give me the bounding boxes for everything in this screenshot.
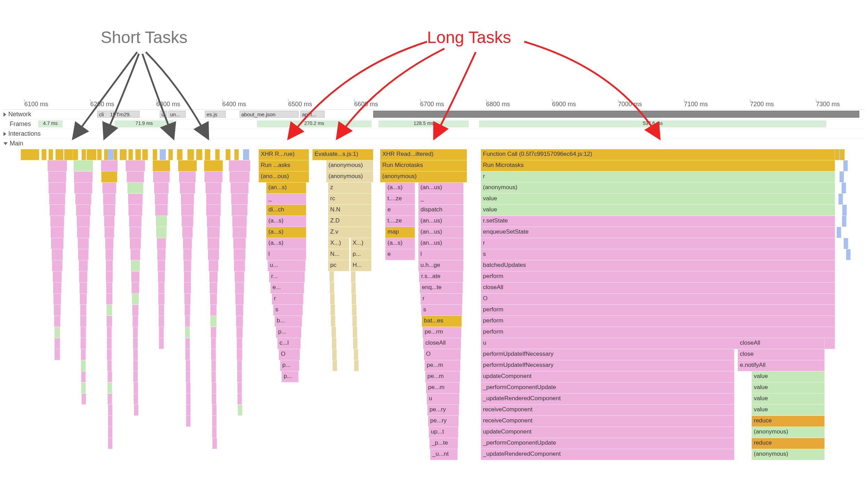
flame-block[interactable] — [211, 371, 216, 382]
flame-block[interactable] — [77, 216, 90, 227]
flame-block[interactable] — [55, 338, 60, 349]
flame-block[interactable] — [107, 349, 111, 360]
flame-block[interactable] — [104, 216, 115, 227]
flame-block[interactable]: p... — [282, 371, 299, 382]
flame-block[interactable] — [211, 327, 216, 338]
flame-block[interactable] — [133, 360, 138, 371]
flame-block[interactable] — [50, 216, 64, 227]
flame-block[interactable] — [236, 327, 243, 338]
flame-block[interactable] — [237, 349, 242, 360]
flame-block[interactable] — [81, 360, 85, 371]
flame-block[interactable]: (an...s) — [266, 183, 306, 193]
flame-block[interactable]: c...l — [277, 338, 301, 349]
flame-block[interactable] — [352, 316, 357, 327]
flame-block[interactable] — [215, 149, 220, 160]
flame-block[interactable] — [78, 249, 88, 260]
flame-block[interactable] — [351, 283, 356, 293]
flame-block[interactable] — [181, 194, 194, 204]
flame-block[interactable] — [127, 171, 144, 182]
flame-block[interactable] — [351, 271, 356, 282]
flame-block[interactable] — [135, 149, 141, 160]
flame-block[interactable] — [108, 438, 112, 449]
network-request[interactable]: about_me.json — [240, 111, 299, 118]
flame-block[interactable] — [153, 171, 169, 182]
flame-block[interactable] — [184, 260, 191, 271]
frame-block[interactable]: 537.6 ms — [479, 120, 826, 127]
flame-block[interactable] — [51, 238, 63, 249]
flame-block[interactable] — [108, 427, 112, 438]
flame-block[interactable] — [73, 149, 78, 160]
flame-block[interactable] — [80, 316, 86, 327]
flame-block[interactable] — [157, 249, 166, 260]
flame-block[interactable] — [75, 194, 91, 204]
flame-block[interactable]: _updateRenderedComponent — [481, 394, 734, 404]
flame-block[interactable] — [74, 183, 92, 193]
flame-block[interactable] — [120, 149, 127, 160]
flame-block[interactable] — [237, 338, 243, 349]
flame-block[interactable] — [134, 394, 138, 404]
flame-block[interactable]: closeAll — [481, 283, 835, 293]
flame-block[interactable] — [159, 338, 164, 349]
flame-block[interactable] — [74, 160, 93, 171]
frame-block[interactable]: 4.7 ms — [38, 120, 62, 127]
flame-block[interactable] — [226, 149, 231, 160]
flame-block[interactable]: O — [279, 349, 300, 360]
flame-block[interactable]: X...) — [328, 238, 349, 249]
frame-block[interactable]: 270.2 ms — [257, 120, 372, 127]
flame-block[interactable] — [179, 171, 196, 182]
flame-block[interactable] — [185, 316, 190, 327]
flame-block[interactable] — [49, 149, 53, 160]
flame-block[interactable] — [54, 316, 61, 327]
flame-block[interactable]: closeAll — [738, 338, 825, 349]
flame-block[interactable] — [331, 305, 335, 315]
flame-block[interactable]: r — [420, 294, 462, 304]
flame-block[interactable] — [53, 283, 61, 293]
flame-block[interactable]: closeAll — [423, 338, 461, 349]
flame-block[interactable] — [74, 171, 93, 182]
flame-block[interactable] — [237, 360, 242, 371]
flame-block[interactable] — [205, 149, 210, 160]
flame-block[interactable]: r — [272, 294, 303, 304]
flame-block[interactable] — [187, 149, 194, 160]
flame-block[interactable]: rc — [328, 194, 372, 204]
flame-block[interactable] — [53, 294, 61, 304]
flame-block[interactable] — [211, 360, 216, 371]
flame-block[interactable]: updateComponent — [481, 371, 734, 382]
flame-block[interactable]: value — [752, 371, 825, 382]
flame-block[interactable] — [79, 260, 88, 271]
flame-block[interactable]: N... — [328, 249, 349, 260]
flame-block[interactable] — [49, 183, 66, 193]
flame-block[interactable] — [106, 283, 112, 293]
flame-block[interactable] — [159, 305, 164, 315]
flame-block[interactable]: batchedUpdates — [481, 260, 835, 271]
flame-block[interactable] — [55, 349, 60, 360]
frames-track[interactable]: Frames 4.7 ms71.9 ms270.2 ms128.5 ms537.… — [3, 119, 865, 129]
flame-block[interactable]: e — [385, 249, 415, 260]
main-label[interactable]: Main — [3, 140, 23, 147]
flame-block[interactable]: O — [424, 349, 461, 360]
flame-block[interactable] — [212, 438, 217, 449]
flame-block[interactable]: bat...es — [422, 316, 462, 327]
flame-block[interactable] — [109, 149, 114, 160]
flame-block[interactable]: _performComponentUpdate — [481, 438, 734, 449]
flame-block[interactable]: enq...te — [420, 283, 463, 293]
flame-block[interactable]: Z.v — [328, 227, 372, 238]
interactions-label[interactable]: Interactions — [3, 130, 41, 137]
flame-block[interactable]: _ — [266, 194, 306, 204]
flame-block[interactable]: X...) — [351, 238, 372, 249]
flame-block[interactable] — [106, 294, 112, 304]
flame-block[interactable] — [80, 283, 87, 293]
flame-block[interactable] — [107, 316, 112, 327]
flame-block[interactable] — [207, 227, 219, 238]
flame-block[interactable] — [52, 249, 63, 260]
flame-block[interactable]: Run Microtasks — [380, 160, 467, 171]
flame-block[interactable] — [352, 294, 356, 304]
flame-block[interactable]: (anonymous) — [380, 171, 467, 182]
flame-block[interactable]: XHR Read...iltered) — [380, 149, 467, 160]
flame-block[interactable]: H... — [351, 260, 372, 271]
network-request[interactable]: 1FTm29. — [108, 111, 140, 118]
flame-block[interactable] — [49, 194, 65, 204]
network-request[interactable]: es.js — [205, 111, 226, 118]
flame-block[interactable] — [158, 283, 165, 293]
flame-block[interactable] — [51, 227, 64, 238]
